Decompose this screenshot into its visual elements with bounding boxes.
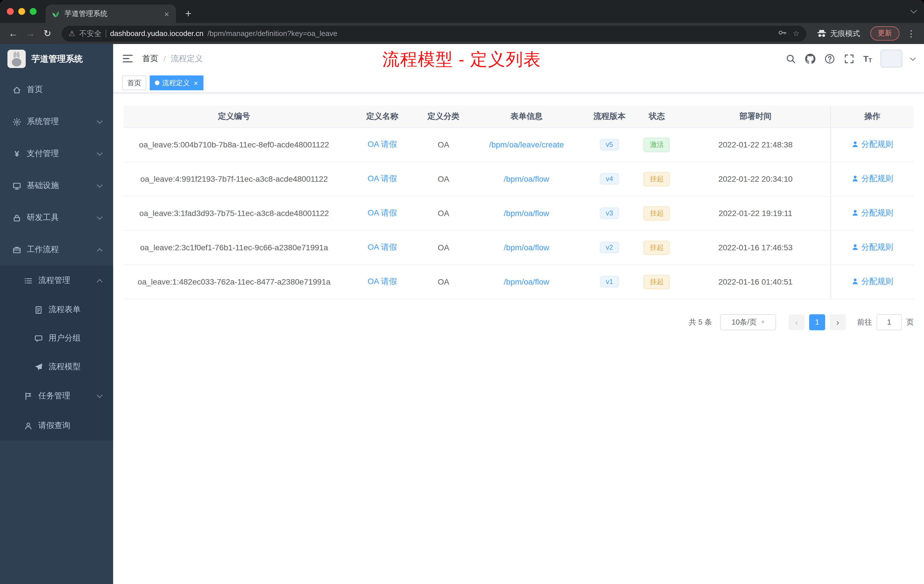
sidebar-item-system[interactable]: 系统管理 — [0, 106, 113, 138]
sidebar-item-label: 用户分组 — [49, 333, 81, 343]
sidebar-item-devtools[interactable]: 研发工具 — [0, 202, 113, 234]
browser-update-button[interactable]: 更新 — [870, 26, 899, 41]
form-link[interactable]: /bpm/oa/leave/create — [489, 140, 564, 149]
browser-reload-button[interactable]: ↻ — [40, 26, 55, 41]
sidebar-item-payment[interactable]: ¥ 支付管理 — [0, 138, 113, 170]
tab-search-chevron-icon[interactable] — [911, 7, 917, 14]
definition-name-link[interactable]: OA 请假 — [368, 208, 397, 217]
sidebar-item-leave-query[interactable]: 请假查询 — [0, 411, 113, 440]
sidebar-item-label: 任务管理 — [38, 391, 70, 401]
sidebar: 芋道管理系统 首页 系统管理 ¥ 支付管理 — [0, 44, 113, 584]
assign-rule-link[interactable]: 分配规则 — [851, 208, 893, 218]
col-header-form: 表单信息 — [467, 106, 586, 127]
minimize-window-button[interactable] — [18, 8, 25, 15]
assign-rule-link[interactable]: 分配规则 — [851, 277, 893, 287]
goto-page-input[interactable] — [876, 314, 902, 330]
github-icon[interactable] — [805, 53, 816, 64]
tag-close-icon[interactable]: × — [194, 79, 198, 87]
table-header-row: 定义编号 定义名称 定义分类 表单信息 流程版本 状态 部署时间 操作 — [124, 106, 914, 127]
browser-forward-button[interactable]: → — [23, 26, 38, 41]
security-label[interactable]: 不安全 — [79, 28, 101, 39]
font-size-icon[interactable]: TT — [863, 54, 872, 63]
browser-tab[interactable]: 芋道管理系统 × — [46, 5, 176, 23]
status-badge: 挂起 — [644, 240, 670, 254]
definition-name-link[interactable]: OA 请假 — [368, 174, 397, 183]
assign-rule-link[interactable]: 分配规则 — [851, 139, 893, 150]
page-number-button[interactable]: 1 — [809, 314, 825, 330]
definition-name-link[interactable]: OA 请假 — [368, 277, 397, 286]
search-icon[interactable] — [785, 53, 796, 64]
definition-id: oa_leave:5:004b710b-7b8a-11ec-8ef0-acde4… — [124, 127, 345, 162]
sidebar-item-process-management[interactable]: 流程管理 — [0, 266, 113, 295]
macos-browser-window: 芋道管理系统 × + ← → ↻ ⚠ 不安全 dashboard.yudao.i… — [0, 0, 924, 584]
definition-category: OA — [420, 162, 467, 196]
table-row: oa_leave:5:004b710b-7b8a-11ec-8ef0-acde4… — [124, 127, 914, 162]
app-root: 芋道管理系统 首页 系统管理 ¥ 支付管理 — [0, 44, 924, 584]
form-link[interactable]: /bpm/oa/flow — [504, 174, 549, 183]
definition-category: OA — [420, 230, 467, 265]
definition-name-link[interactable]: OA 请假 — [368, 139, 397, 148]
send-icon — [34, 363, 43, 371]
zoom-window-button[interactable] — [30, 8, 36, 15]
definition-table: 定义编号 定义名称 定义分类 表单信息 流程版本 状态 部署时间 操作 oa_l — [124, 106, 914, 299]
assign-rule-link[interactable]: 分配规则 — [851, 174, 893, 184]
tag-process-definition[interactable]: 流程定义 × — [150, 76, 203, 90]
close-window-button[interactable] — [7, 8, 14, 15]
lock-icon — [13, 213, 21, 222]
prev-page-button[interactable]: ‹ — [789, 314, 805, 330]
user-icon — [851, 210, 859, 217]
tab-close-icon[interactable]: × — [163, 10, 170, 18]
table-row: oa_leave:4:991f2193-7b7f-11ec-a3c8-acde4… — [124, 162, 914, 196]
sidebar-item-label: 流程模型 — [49, 362, 81, 372]
avatar-dropdown-caret-icon[interactable] — [910, 55, 916, 61]
browser-back-button[interactable]: ← — [6, 26, 21, 41]
sidebar-item-home[interactable]: 首页 — [0, 74, 113, 106]
form-link[interactable]: /bpm/oa/flow — [504, 243, 549, 252]
next-page-button[interactable]: › — [830, 314, 846, 330]
flag-icon — [24, 392, 33, 400]
fullscreen-icon[interactable] — [844, 53, 855, 64]
version-badge: v4 — [600, 173, 619, 185]
browser-menu-dots-icon[interactable]: ⋮ — [904, 28, 918, 39]
pagination-total: 共 5 条 — [689, 317, 712, 327]
active-tag-dot — [155, 81, 159, 85]
bookmark-star-icon[interactable]: ☆ — [793, 29, 799, 38]
sidebar-item-workflow[interactable]: 工作流程 — [0, 234, 113, 266]
user-avatar[interactable] — [881, 50, 902, 68]
sidebar-item-process-model[interactable]: 流程模型 — [0, 353, 113, 381]
sidebar-item-label: 请假查询 — [38, 421, 70, 431]
page-size-select[interactable]: 10条/页 ▾ — [720, 314, 776, 330]
sidebar-item-infrastructure[interactable]: 基础设施 — [0, 170, 113, 202]
definition-name-link[interactable]: OA 请假 — [368, 242, 397, 251]
new-tab-button[interactable]: + — [182, 7, 195, 20]
status-badge: 激活 — [644, 137, 670, 152]
sidebar-item-user-group[interactable]: 用户分组 — [0, 324, 113, 353]
breadcrumb-home[interactable]: 首页 — [142, 53, 158, 64]
col-header-status: 状态 — [633, 106, 681, 127]
url-host: dashboard.yudao.iocoder.cn — [110, 29, 203, 38]
tab-favicon-leaf-icon — [51, 10, 60, 18]
chevron-down-icon — [97, 182, 102, 188]
tag-home[interactable]: 首页 — [122, 76, 146, 90]
form-link[interactable]: /bpm/oa/flow — [504, 209, 549, 218]
breadcrumb-separator: / — [163, 54, 166, 63]
incognito-icon — [817, 28, 827, 39]
sidebar-toggle-icon[interactable] — [122, 53, 133, 64]
deploy-time: 2022-01-22 19:19:11 — [681, 196, 831, 230]
omnibox-divider — [106, 30, 106, 38]
help-icon[interactable] — [824, 53, 835, 64]
table-row: oa_leave:3:1fad3d93-7b75-11ec-a3c8-acde4… — [124, 196, 914, 230]
password-key-icon[interactable] — [778, 28, 787, 39]
definition-id: oa_leave:2:3c1f0ef1-76b1-11ec-9c66-a2380… — [124, 230, 345, 265]
red-annotation-title: 流程模型 - 定义列表 — [382, 48, 541, 71]
form-link[interactable]: /bpm/oa/flow — [504, 277, 549, 286]
yen-icon: ¥ — [13, 149, 21, 158]
assign-rule-link[interactable]: 分配规则 — [851, 242, 893, 252]
traffic-lights — [7, 0, 36, 23]
user-icon — [851, 175, 859, 183]
sidebar-item-process-form[interactable]: 流程表单 — [0, 295, 113, 324]
breadcrumb: 首页 / 流程定义 — [142, 53, 203, 64]
sidebar-item-task-management[interactable]: 任务管理 — [0, 381, 113, 411]
sidebar-logo: 芋道管理系统 — [0, 44, 113, 74]
address-bar[interactable]: ⚠ 不安全 dashboard.yudao.iocoder.cn/bpm/man… — [62, 25, 806, 41]
